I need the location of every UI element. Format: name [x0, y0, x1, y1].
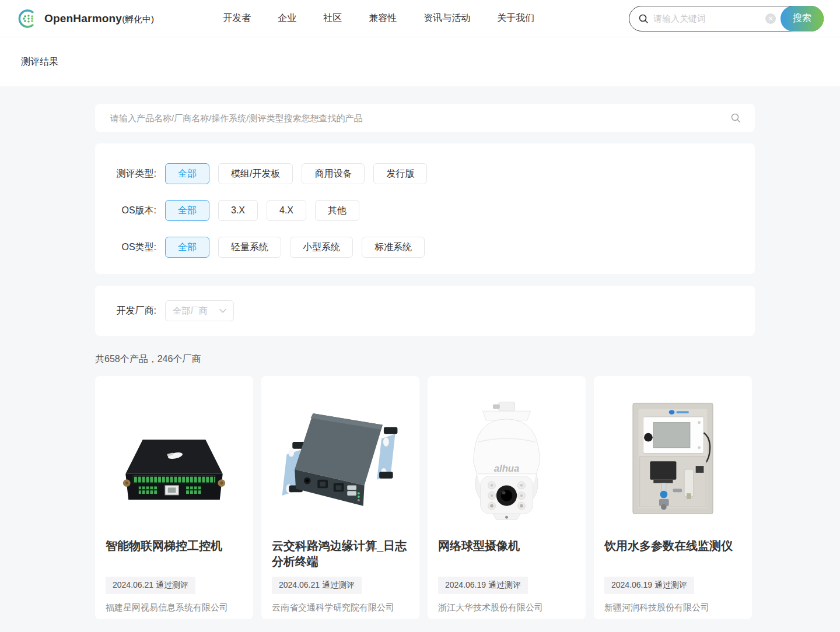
chip-os-type-light[interactable]: 轻量系统: [218, 237, 281, 258]
logo-suffix: (孵化中): [122, 14, 154, 24]
product-card[interactable]: 智能物联网梯控工控机 2024.06.21 通过测评 福建星网视易信息系统有限公…: [95, 376, 253, 619]
chip-os-type-all[interactable]: 全部: [165, 237, 209, 258]
chip-eval-type-all[interactable]: 全部: [165, 163, 209, 184]
status-badge: 2024.06.21 通过测评: [106, 577, 195, 594]
chip-eval-type-distribution[interactable]: 发行版: [373, 163, 427, 184]
search-icon: [638, 13, 649, 24]
main-nav: 开发者 企业 社区 兼容性 资讯与活动 关于我们: [223, 12, 534, 24]
status-badge: 2024.06.19 通过测评: [438, 577, 528, 594]
product-image-industrial-controller: [95, 376, 253, 535]
main-content: 测评类型: 全部 模组/开发板 商用设备 发行版 OS版本: 全部 3.X 4.…: [95, 104, 755, 619]
product-image-edge-terminal: [261, 376, 419, 535]
nav-item-news-events[interactable]: 资讯与活动: [424, 12, 470, 24]
product-title: 智能物联网梯控工控机: [106, 538, 243, 570]
product-vendor: 福建星网视易信息系统有限公司: [106, 602, 243, 613]
openharmony-logo[interactable]: OpenHarmony(孵化中): [16, 8, 154, 30]
header-search-box: ✕ 搜索: [629, 6, 824, 31]
filter-label: OS类型:: [95, 241, 156, 254]
clear-icon[interactable]: ✕: [765, 13, 776, 24]
vendor-filter-label: 开发厂商:: [95, 305, 156, 317]
product-search-box: [95, 104, 755, 132]
filter-row-eval-type: 测评类型: 全部 模组/开发板 商用设备 发行版: [95, 163, 755, 184]
chip-os-type-small[interactable]: 小型系统: [290, 237, 353, 258]
chip-os-version-3x[interactable]: 3.X: [218, 200, 258, 221]
filter-label: OS版本:: [95, 205, 156, 217]
nav-item-about-us[interactable]: 关于我们: [497, 12, 534, 24]
status-badge: 2024.06.21 通过测评: [272, 577, 362, 594]
status-badge: 2024.06.19 通过测评: [604, 577, 694, 594]
nav-item-compatibility[interactable]: 兼容性: [369, 12, 397, 24]
nav-item-developer[interactable]: 开发者: [223, 12, 251, 24]
header-search-input[interactable]: [649, 13, 765, 23]
nav-item-enterprise[interactable]: 企业: [278, 12, 296, 24]
product-image-dome-camera: alhua: [428, 376, 586, 535]
nav-item-community[interactable]: 社区: [323, 12, 342, 24]
search-icon[interactable]: [730, 113, 741, 123]
results-summary: 共658个产品，246个厂商: [95, 353, 755, 366]
product-search-input[interactable]: [109, 113, 730, 124]
svg-text:alhua: alhua: [494, 462, 519, 473]
breadcrumb-bar: 测评结果: [0, 37, 840, 86]
product-image-water-monitor: [594, 376, 752, 535]
vendor-dropdown[interactable]: 全部厂商: [165, 300, 234, 321]
page-title: 测评结果: [21, 56, 58, 68]
header-search-button[interactable]: 搜索: [780, 6, 824, 31]
vendor-dropdown-value: 全部厂商: [173, 306, 208, 317]
filter-panel: 测评类型: 全部 模组/开发板 商用设备 发行版 OS版本: 全部 3.X 4.…: [95, 143, 755, 274]
filter-row-os-version: OS版本: 全部 3.X 4.X 其他: [95, 200, 755, 221]
chip-eval-type-commercial-device[interactable]: 商用设备: [302, 163, 365, 184]
product-title: 网络球型摄像机: [438, 538, 575, 570]
openharmony-logo-icon: [16, 8, 38, 30]
product-title: 饮用水多参数在线监测仪: [604, 538, 741, 570]
chip-os-version-other[interactable]: 其他: [315, 200, 359, 221]
product-card[interactable]: 饮用水多参数在线监测仪 2024.06.19 通过测评 新疆河润科技股份有限公司: [594, 376, 752, 619]
product-title: 云交科路鸿边缘计算_日志分析终端: [272, 538, 409, 570]
product-vendor: 新疆河润科技股份有限公司: [604, 602, 741, 613]
chevron-down-icon: [219, 308, 226, 313]
chip-eval-type-module-devboard[interactable]: 模组/开发板: [218, 163, 293, 184]
filter-row-os-type: OS类型: 全部 轻量系统 小型系统 标准系统: [95, 237, 755, 258]
product-card[interactable]: 云交科路鸿边缘计算_日志分析终端 2024.06.21 通过测评 云南省交通科学…: [261, 376, 419, 619]
product-vendor: 浙江大华技术股份有限公司: [438, 602, 575, 613]
product-card-grid: 智能物联网梯控工控机 2024.06.21 通过测评 福建星网视易信息系统有限公…: [95, 376, 755, 619]
chip-os-type-standard[interactable]: 标准系统: [362, 237, 425, 258]
product-vendor: 云南省交通科学研究院有限公司: [272, 602, 409, 613]
vendor-filter-panel: 开发厂商: 全部厂商: [95, 286, 755, 336]
product-card[interactable]: alhua: [428, 376, 586, 619]
top-navbar: OpenHarmony(孵化中) 开发者 企业 社区 兼容性 资讯与活动 关于我…: [0, 0, 840, 37]
chip-os-version-4x[interactable]: 4.X: [267, 200, 306, 221]
chip-os-version-all[interactable]: 全部: [165, 200, 209, 221]
filter-label: 测评类型:: [95, 168, 156, 180]
logo-text: OpenHarmony: [44, 12, 122, 24]
